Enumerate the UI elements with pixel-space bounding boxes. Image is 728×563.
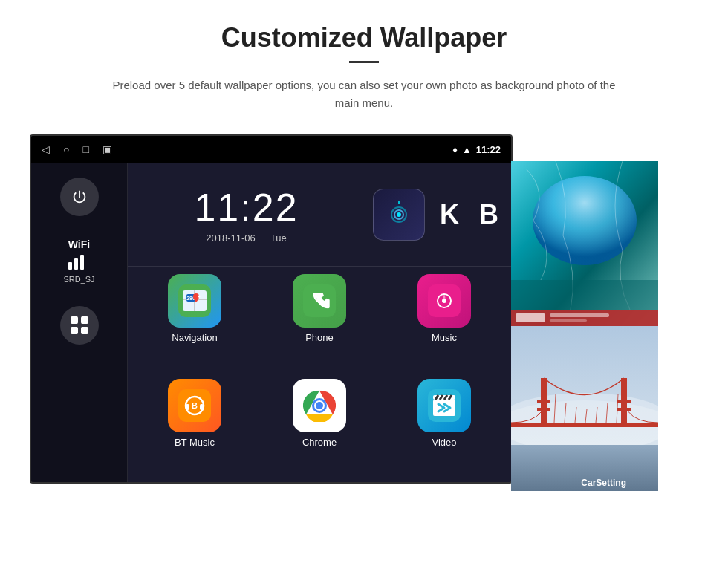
svg-point-5 [397,212,401,217]
svg-point-13 [198,296,201,298]
home-icon[interactable]: ○ [63,143,69,155]
location-icon: ♦ [452,144,458,155]
svg-rect-41 [550,319,587,322]
music-label: Music [432,332,457,343]
svg-rect-40 [550,313,609,317]
k-letter: K [440,199,459,230]
wallpaper-bridge: CarSetting [511,326,658,491]
clock-date-value: 2018-11-06 [206,232,256,244]
title-divider [349,61,379,63]
status-bar-left: ◁ ○ □ ▣ [42,143,452,155]
wifi-block: WiFi SRD_SJ [63,238,94,284]
left-sidebar: WiFi SRD_SJ [31,163,128,484]
svg-point-27 [316,402,323,409]
screen-body: WiFi SRD_SJ [31,163,511,484]
page-description: Preload over 5 default wallpaper options… [104,77,624,112]
chrome-icon [293,379,346,432]
status-bar: ◁ ○ □ ▣ ♦ ▲ 11:22 [31,136,511,163]
wifi-bars [63,253,94,273]
clock-section: 11:22 2018-11-06 Tue [128,163,511,267]
chrome-label: Chrome [302,437,337,448]
svg-rect-39 [516,313,545,322]
svg-rect-21 [200,404,204,410]
svg-rect-0 [68,262,72,270]
svg-rect-20 [186,404,189,410]
clock-status: 11:22 [476,144,501,155]
app-item-navigation[interactable]: 280 Navigation [135,274,254,373]
apps-grid: 280 Navigation [128,267,511,484]
app-item-video[interactable]: Video [385,379,504,478]
svg-rect-52 [617,408,631,411]
clock-day: Tue [270,232,287,244]
page-title: Customized Wallpaper [221,22,507,53]
apps-button[interactable] [60,306,99,345]
video-icon [417,379,471,432]
status-bar-right: ♦ ▲ 11:22 [452,144,501,155]
screenshot-icon[interactable]: ▣ [103,143,112,155]
app-item-chrome[interactable]: Chrome [260,379,379,478]
clock-area: 11:22 2018-11-06 Tue [128,163,365,266]
recents-icon[interactable]: □ [82,143,88,155]
wallpaper-thumbnails: CarSetting [511,161,658,491]
svg-rect-2 [80,255,84,270]
svg-text:CarSetting: CarSetting [581,478,626,488]
radio-app-icon[interactable] [373,189,425,241]
app-icons-top: K B [365,163,511,266]
svg-point-36 [533,176,637,265]
navigation-icon: 280 [168,274,221,328]
power-button[interactable] [60,178,99,216]
k-app-icon[interactable]: K [431,189,468,241]
b-app-icon[interactable]: B [474,189,504,241]
android-screen: ◁ ○ □ ▣ ♦ ▲ 11:22 [30,134,513,484]
clock-date: 2018-11-06 Tue [206,232,286,244]
app-item-music[interactable]: Music [385,274,504,373]
back-icon[interactable]: ◁ [42,143,50,155]
clock-time: 11:22 [194,185,298,230]
svg-rect-1 [74,258,78,270]
phone-icon [293,274,346,328]
navigation-label: Navigation [172,332,217,343]
screen-main: 11:22 2018-11-06 Tue [128,163,511,484]
wifi-network: SRD_SJ [63,275,94,284]
svg-rect-46 [511,423,658,427]
b-letter: B [479,199,498,230]
music-icon [417,274,471,328]
wallpaper-ice-cave [511,161,658,326]
grid-icon [71,316,88,334]
app-item-btmusic[interactable]: B BT Music [135,379,254,478]
main-content: ◁ ○ □ ▣ ♦ ▲ 11:22 [30,134,698,484]
phone-label: Phone [305,332,334,343]
wifi-icon: ▲ [462,144,472,155]
wifi-label: WiFi [63,238,94,250]
btmusic-label: BT Music [175,437,215,448]
svg-text:B: B [192,401,198,410]
btmusic-icon: B [168,379,221,432]
svg-rect-48 [537,400,550,403]
page-container: Customized Wallpaper Preload over 5 defa… [0,0,728,563]
app-item-phone[interactable]: Phone [260,274,379,373]
video-label: Video [432,437,456,448]
